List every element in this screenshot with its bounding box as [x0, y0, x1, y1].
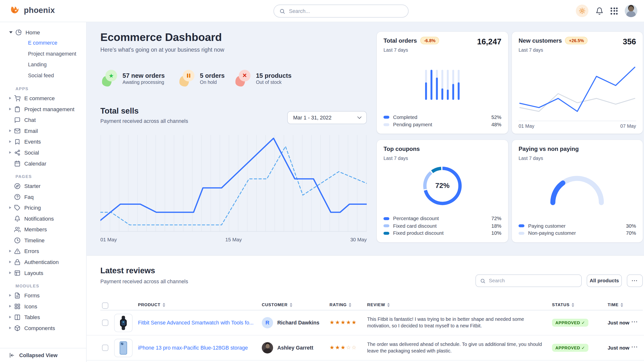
sidebar-section-pages: PAGES	[0, 174, 86, 179]
card-title: New customers	[518, 37, 562, 44]
theme-toggle-button[interactable]	[576, 5, 588, 17]
sidebar-item-forms[interactable]: Forms	[0, 290, 86, 301]
sidebar-item-label: Chat	[24, 117, 36, 123]
customer-avatar: R	[262, 317, 273, 328]
product-thumbnail[interactable]	[114, 339, 132, 357]
stat-caption: Awating processing	[122, 79, 165, 85]
chevron-right-icon	[9, 327, 12, 329]
row-menu-button[interactable]: ···	[632, 344, 638, 350]
stat-caption: Out of stock	[256, 79, 292, 85]
sidebar-subitem-project-management[interactable]: Project management	[0, 48, 86, 59]
reviews-search-input[interactable]	[489, 278, 577, 284]
brand-name: phoenix	[24, 6, 55, 15]
sidebar-item-label: E commerce	[24, 95, 55, 101]
legend-item-fixed-card-discount: Fixed card discount 18%	[383, 222, 501, 230]
sidebar-item-label: Components	[24, 325, 55, 331]
rating-stars: ★★★★★	[330, 319, 357, 326]
col-header-status[interactable]: STATUS	[552, 303, 574, 307]
col-header-time[interactable]: TIME	[608, 303, 623, 307]
share-icon	[14, 150, 20, 156]
col-header-rating[interactable]: RATING	[330, 303, 351, 307]
sidebar-item-home[interactable]: Home	[0, 27, 86, 38]
brand-logo[interactable]: phoenix	[10, 5, 55, 16]
collapse-sidebar-button[interactable]: Collapsed View	[0, 348, 86, 362]
row-checkbox[interactable]	[102, 345, 108, 351]
new-customers-x-axis: 01 May07 May	[518, 121, 636, 129]
legend-label: Non-paying customer	[528, 230, 576, 236]
sidebar-item-label: Home	[26, 29, 40, 35]
card-period: Last 7 days	[383, 47, 408, 53]
total-sells-x-axis: 01 May15 May30 May	[100, 237, 367, 243]
card-title: Total orders	[383, 37, 417, 44]
sidebar-item-pricing[interactable]: Pricing	[0, 202, 86, 213]
user-avatar[interactable]	[625, 5, 637, 17]
notifications-button[interactable]	[596, 7, 604, 15]
columns-icon	[14, 314, 20, 320]
col-header-review[interactable]: REVIEW	[367, 303, 390, 307]
all-products-button[interactable]: All products	[587, 274, 622, 287]
sidebar-item-events[interactable]: Events	[0, 136, 86, 147]
sidebar-item-faq[interactable]: Faq	[0, 191, 86, 202]
sidebar-item-email[interactable]: Email	[0, 125, 86, 136]
chevron-right-icon	[9, 151, 12, 154]
sidebar-item-e-commerce[interactable]: E commerce	[0, 93, 86, 104]
row-menu-button[interactable]: ···	[632, 319, 638, 325]
chevron-right-icon	[9, 108, 12, 110]
sidebar-item-layouts[interactable]: Layouts	[0, 267, 86, 278]
sidebar-subitem-social-feed[interactable]: Social feed	[0, 70, 86, 81]
chat-icon	[14, 117, 20, 123]
legend-value: 18%	[491, 223, 501, 229]
sidebar-item-errors[interactable]: Errors	[0, 246, 86, 257]
product-link[interactable]: Fitbit Sense Advanced Smartwatch with To…	[138, 320, 254, 326]
sidebar-item-members[interactable]: Members	[0, 224, 86, 235]
sidebar-item-calendar[interactable]: Calendar	[0, 158, 86, 169]
sidebar-item-chat[interactable]: Chat	[0, 115, 86, 126]
sidebar-item-social[interactable]: Social	[0, 147, 86, 158]
reviews-search[interactable]	[475, 274, 582, 287]
col-header-product[interactable]: PRODUCT	[138, 303, 165, 307]
select-all-checkbox[interactable]	[102, 303, 108, 309]
sidebar-item-components[interactable]: Components	[0, 323, 86, 334]
sidebar-item-icons[interactable]: Icons	[0, 301, 86, 312]
sort-icon	[290, 303, 292, 307]
quick-stat-out-of-stock: × 15 productsOut of stock	[236, 68, 292, 88]
sidebar-item-tables[interactable]: Tables	[0, 312, 86, 323]
date-range-select[interactable]: Mar 1 - 31, 2022	[287, 111, 367, 124]
sidebar-subitem-e-commerce[interactable]: E commerce	[0, 37, 86, 48]
sun-icon	[579, 7, 586, 14]
legend-item-completed: Completed 52%	[383, 114, 501, 121]
quick-stat-on-hold: 5 ordersOn hold	[179, 68, 224, 88]
sidebar-subitem-landing[interactable]: Landing	[0, 59, 86, 70]
stat-value: 15 products	[256, 72, 292, 79]
search-icon	[280, 8, 285, 14]
review-text: The order was delivered ahead of schedul…	[367, 341, 543, 354]
sidebar-item-label: Faq	[24, 193, 34, 200]
sidebar-item-authentication[interactable]: Authentication	[0, 256, 86, 267]
sort-icon	[162, 303, 165, 307]
search-icon	[480, 278, 486, 283]
product-thumbnail[interactable]	[114, 314, 132, 332]
product-link[interactable]: iPhone 13 pro max-Pacific Blue-128GB sto…	[138, 345, 248, 351]
sidebar-item-starter[interactable]: Starter	[0, 181, 86, 191]
sidebar-item-label: Starter	[24, 183, 40, 189]
sidebar-item-notifications[interactable]: Notifications	[0, 213, 86, 224]
global-search-input[interactable]	[289, 8, 403, 14]
legend-swatch	[383, 224, 389, 227]
phoenix-logo-icon	[10, 5, 20, 16]
sidebar-section-apps: APPS	[0, 87, 86, 91]
global-search[interactable]	[274, 5, 409, 17]
apps-grid-button[interactable]	[610, 7, 618, 14]
chevron-right-icon	[9, 316, 12, 318]
sidebar-item-timeline[interactable]: Timeline	[0, 235, 86, 246]
row-checkbox[interactable]	[102, 320, 108, 326]
card-period: Last 7 days	[383, 156, 408, 161]
sidebar-item-label: Email	[24, 128, 38, 134]
reviews-more-button[interactable]: ···	[627, 274, 643, 287]
stat-value: 57 new orders	[122, 72, 165, 79]
col-header-customer[interactable]: CUSTOMER	[262, 303, 292, 307]
sidebar-item-label: Notifications	[24, 215, 54, 222]
sidebar-item-label: Layouts	[24, 270, 43, 276]
dashboard-overview: Ecommerce Dashboard Here's what's going …	[87, 22, 644, 255]
sort-icon	[572, 303, 574, 307]
sidebar-item-project-management[interactable]: Project management	[0, 104, 86, 115]
